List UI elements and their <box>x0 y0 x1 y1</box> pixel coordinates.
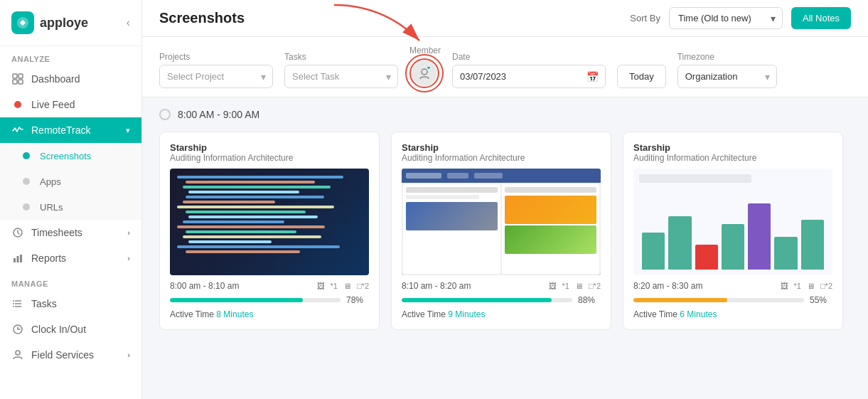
card1-task: Auditing Information Architecture <box>170 153 369 163</box>
sidebar-remotetrack-label: RemoteTrack <box>31 124 91 136</box>
card2-time-row: 8:10 am - 8:20 am 🖼 *1 🖥 □*2 <box>402 281 601 291</box>
card3-task: Auditing Information Architecture <box>633 153 832 163</box>
svg-rect-7 <box>14 258 16 262</box>
screenshots-dot-icon <box>20 149 33 162</box>
sidebar-item-clock-inout[interactable]: Clock In/Out <box>0 316 141 342</box>
svg-point-15 <box>13 306 14 307</box>
card2-active: Active Time 9 Minutes <box>402 309 601 319</box>
card1-screen-icon: 🖥 <box>343 282 351 290</box>
today-filter-group: Today <box>617 52 666 88</box>
svg-point-14 <box>13 303 14 304</box>
clockin-icon <box>11 323 24 336</box>
sidebar-item-tasks[interactable]: Tasks <box>0 291 141 316</box>
card3-progress-row: 55% <box>633 295 832 305</box>
card1-progress-bar <box>170 298 341 302</box>
remotetrack-chevron-icon: ▾ <box>126 126 130 135</box>
all-notes-button[interactable]: All Notes <box>791 7 851 29</box>
member-filter-group: Member <box>409 46 441 88</box>
sort-by-label: Sort By <box>630 13 660 23</box>
sidebar-item-timesheets[interactable]: Timesheets › <box>0 220 141 245</box>
card2-screen-icon: 🖥 <box>575 282 583 290</box>
logo-icon <box>11 11 34 34</box>
card2-time: 8:10 am - 8:20 am <box>402 281 471 291</box>
card1-progress-row: 78% <box>170 295 369 305</box>
tasks-select-wrap: Select Task <box>284 65 398 88</box>
card2-progress-bar <box>402 298 572 302</box>
card2-screenshot-icon: 🖼 <box>549 282 557 290</box>
time-range-checkbox[interactable] <box>159 109 171 120</box>
card3-screen-icon: 🖥 <box>807 282 815 290</box>
sidebar-timesheets-label: Timesheets <box>31 227 82 238</box>
card3-icons: 🖼 *1 🖥 □*2 <box>781 282 832 290</box>
timezone-select-wrap: Organization Local UTC <box>677 65 777 88</box>
user-icon <box>11 349 24 361</box>
card3-screen-count: □*2 <box>820 282 832 290</box>
member-select-button[interactable] <box>409 58 439 88</box>
screenshot-card-2: Starship Auditing Information Architectu… <box>391 132 611 330</box>
card2-active-time: 9 Minutes <box>448 309 485 319</box>
sidebar-item-field-services[interactable]: Field Services › <box>0 342 141 368</box>
sidebar-collapse-button[interactable]: ‹ <box>127 16 130 29</box>
sidebar-fieldservices-label: Field Services <box>31 349 94 361</box>
grid-icon <box>11 73 24 85</box>
card2-icons: 🖼 *1 🖥 □*2 <box>549 282 601 290</box>
sidebar-item-live-feed[interactable]: Live Feed <box>0 92 141 117</box>
circle-icon <box>11 98 24 111</box>
date-input[interactable] <box>452 65 606 88</box>
card2-progress-pct: 88% <box>578 295 601 305</box>
sidebar-item-screenshots[interactable]: Screenshots <box>0 143 141 169</box>
today-button[interactable]: Today <box>617 65 666 88</box>
card1-progress-fill <box>170 298 303 302</box>
card3-time: 8:20 am - 8:30 am <box>633 281 702 291</box>
svg-rect-8 <box>17 256 19 262</box>
list-icon <box>11 297 24 310</box>
card3-progress-pct: 55% <box>810 295 832 305</box>
logo-text: apploye <box>40 16 88 31</box>
member-label: Member <box>409 46 441 55</box>
sidebar-item-reports[interactable]: Reports › <box>0 245 141 271</box>
card1-screen-count: □*2 <box>357 282 369 290</box>
apps-dot-icon <box>20 175 33 188</box>
analyze-section-label: Analyze <box>0 46 141 66</box>
card3-image[interactable] <box>633 169 832 275</box>
sidebar-livefeed-label: Live Feed <box>31 99 75 110</box>
card1-image[interactable] <box>170 169 369 275</box>
sidebar-apps-label: Apps <box>40 176 61 187</box>
timezone-label: Timezone <box>677 52 777 62</box>
logo-area: apploye ‹ <box>0 0 141 46</box>
sidebar-item-dashboard[interactable]: Dashboard <box>0 66 141 92</box>
time-range-label: 8:00 AM - 9:00 AM <box>178 109 259 120</box>
card2-task: Auditing Information Architecture <box>402 153 601 163</box>
member-avatar <box>412 61 436 85</box>
sidebar: apploye ‹ Analyze Dashboard Live Feed Re… <box>0 0 142 399</box>
sort-by-select[interactable]: Time (Old to new) Time (New to old) <box>669 7 783 29</box>
member-button-wrap <box>409 58 441 88</box>
projects-select[interactable]: Select Project <box>159 65 273 88</box>
sidebar-item-apps[interactable]: Apps <box>0 169 141 194</box>
sidebar-tasks-label: Tasks <box>31 298 57 309</box>
sidebar-item-urls[interactable]: URLs <box>0 194 141 220</box>
chart-mock <box>633 169 832 275</box>
date-filter-group: Date 📅 <box>452 52 606 88</box>
svg-rect-3 <box>13 80 17 84</box>
card1-progress-pct: 78% <box>346 295 369 305</box>
page-title: Screenshots <box>159 10 245 26</box>
timezone-select[interactable]: Organization Local UTC <box>677 65 777 88</box>
sidebar-urls-label: URLs <box>40 202 63 213</box>
projects-label: Projects <box>159 52 273 62</box>
card2-image[interactable] <box>402 169 601 275</box>
sidebar-dashboard-label: Dashboard <box>31 73 80 85</box>
projects-select-wrap: Select Project <box>159 65 273 88</box>
card3-progress-fill <box>633 298 727 302</box>
tasks-select[interactable]: Select Task <box>284 65 398 88</box>
svg-point-13 <box>13 300 14 302</box>
remotetrack-submenu: Screenshots Apps URLs <box>0 143 141 220</box>
time-range-row: 8:00 AM - 9:00 AM <box>159 109 851 120</box>
sidebar-item-remotetrack[interactable]: RemoteTrack ▾ <box>0 117 141 143</box>
calendar-icon: 📅 <box>586 71 599 83</box>
activity-icon <box>11 124 24 137</box>
main-content: Screenshots Sort By Time (Old to new) Ti… <box>142 0 868 399</box>
sidebar-clockinout-label: Clock In/Out <box>31 324 86 335</box>
card2-progress-row: 88% <box>402 295 601 305</box>
card3-active: Active Time 6 Minutes <box>633 309 832 319</box>
